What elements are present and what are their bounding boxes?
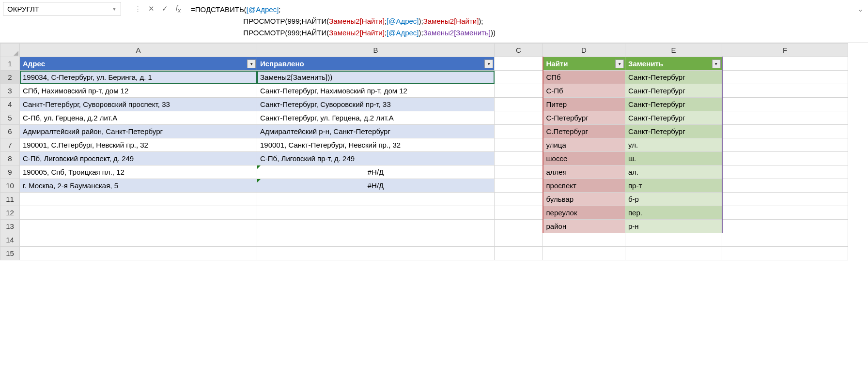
cell[interactable]: ш. xyxy=(625,152,722,165)
cell[interactable] xyxy=(20,233,257,247)
filter-dropdown-icon[interactable]: ▾ xyxy=(484,60,493,68)
cell[interactable]: 190005, Спб, Троицкая пл., 12 xyxy=(20,165,257,179)
cell[interactable]: ул. xyxy=(625,138,722,152)
cell[interactable] xyxy=(257,233,495,247)
row-header[interactable]: 5 xyxy=(0,111,20,125)
cell[interactable] xyxy=(543,233,625,247)
cell[interactable]: Санкт-Петербург, Суворовский пр-т, 33 xyxy=(257,98,495,111)
cell[interactable]: бульвар xyxy=(543,193,625,206)
worksheet[interactable]: A B C D E F 1Адрес▾Исправлено▾Найти▾Заме… xyxy=(0,43,868,260)
cell[interactable] xyxy=(257,206,495,220)
row-header[interactable]: 15 xyxy=(0,247,20,260)
cell[interactable] xyxy=(495,233,543,247)
cell[interactable]: Заменить▾ xyxy=(625,57,722,71)
cell[interactable]: Питер xyxy=(543,98,625,111)
cell[interactable]: Санкт-Петербург xyxy=(625,98,722,111)
filter-dropdown-icon[interactable]: ▾ xyxy=(247,60,256,68)
row-header[interactable]: 1 xyxy=(0,57,20,71)
cell[interactable]: 199034, С-Петербург, ул. Беринга, д. 1 xyxy=(20,71,257,84)
row-header[interactable]: 12 xyxy=(0,206,20,220)
name-box-dropdown-icon[interactable]: ▼ xyxy=(112,6,117,12)
filter-dropdown-icon[interactable]: ▾ xyxy=(615,60,624,68)
cell[interactable] xyxy=(722,111,848,125)
cell[interactable] xyxy=(722,179,848,193)
cell[interactable] xyxy=(625,247,722,260)
cell[interactable] xyxy=(495,247,543,260)
cell[interactable] xyxy=(495,84,543,98)
cell[interactable] xyxy=(495,98,543,111)
cell[interactable]: Адмиралтейский район, Санкт-Петербург xyxy=(20,125,257,138)
cell[interactable]: Адмиралтейский р-н, Санкт-Петербург xyxy=(257,125,495,138)
cell[interactable] xyxy=(625,233,722,247)
formula-input[interactable]: =ПОДСТАВИТЬ([@Адрес]; ПРОСМОТР(999;НАЙТИ… xyxy=(185,2,855,41)
row-header[interactable]: 11 xyxy=(0,193,20,206)
cell[interactable] xyxy=(257,193,495,206)
cell[interactable] xyxy=(495,125,543,138)
cell[interactable]: Санкт-Петербург xyxy=(625,111,722,125)
enter-formula-button[interactable]: ✓ xyxy=(158,2,171,15)
cell[interactable]: С.Петербург xyxy=(543,125,625,138)
cell[interactable] xyxy=(20,220,257,233)
cell[interactable] xyxy=(495,165,543,179)
cell[interactable]: переулок xyxy=(543,206,625,220)
cell[interactable] xyxy=(495,111,543,125)
cell[interactable]: пер. xyxy=(625,206,722,220)
cell[interactable] xyxy=(257,220,495,233)
cell[interactable] xyxy=(722,71,848,84)
cell[interactable] xyxy=(722,125,848,138)
cell[interactable]: район xyxy=(543,220,625,233)
cell[interactable]: шоссе xyxy=(543,152,625,165)
col-header-F[interactable]: F xyxy=(722,44,848,57)
cell[interactable] xyxy=(257,247,495,260)
insert-function-button[interactable]: fx xyxy=(171,2,185,15)
cell[interactable]: С-Пб xyxy=(543,84,625,98)
cell[interactable] xyxy=(722,220,848,233)
cell[interactable]: СПб xyxy=(543,71,625,84)
select-all-corner[interactable] xyxy=(0,44,20,57)
cell[interactable] xyxy=(20,247,257,260)
cell[interactable] xyxy=(20,193,257,206)
cell[interactable] xyxy=(722,233,848,247)
cell[interactable]: С-Пб, Лиговский проспект, д. 249 xyxy=(20,152,257,165)
cell[interactable] xyxy=(543,247,625,260)
cell[interactable]: С-Петербург xyxy=(543,111,625,125)
cell[interactable]: б-р xyxy=(625,193,722,206)
cell[interactable]: аллея xyxy=(543,165,625,179)
name-box[interactable]: ОКРУГЛТ ▼ xyxy=(3,2,121,15)
cell[interactable] xyxy=(495,193,543,206)
cell[interactable]: Адрес▾ xyxy=(20,57,257,71)
cell[interactable] xyxy=(495,206,543,220)
cancel-formula-button[interactable]: ✕ xyxy=(144,2,158,15)
cell[interactable]: Санкт-Петербург xyxy=(625,84,722,98)
col-header-E[interactable]: E xyxy=(625,44,722,57)
cell[interactable] xyxy=(722,138,848,152)
cell[interactable] xyxy=(722,152,848,165)
row-header[interactable]: 3 xyxy=(0,84,20,98)
row-header[interactable]: 9 xyxy=(0,165,20,179)
col-header-C[interactable]: C xyxy=(495,44,543,57)
cell[interactable] xyxy=(20,206,257,220)
cell[interactable] xyxy=(495,138,543,152)
cell[interactable]: Замены2[Заменить])) xyxy=(257,71,495,84)
cell[interactable]: Найти▾ xyxy=(543,57,625,71)
expand-formula-bar-icon[interactable]: ⌄ xyxy=(855,2,865,14)
row-header[interactable]: 14 xyxy=(0,233,20,247)
cell[interactable]: Санкт-Петербург, Суворовский проспект, 3… xyxy=(20,98,257,111)
row-header[interactable]: 2 xyxy=(0,71,20,84)
cell[interactable]: С-Пб, ул. Герцена, д.2 лит.А xyxy=(20,111,257,125)
cell[interactable] xyxy=(495,179,543,193)
cell[interactable] xyxy=(722,247,848,260)
cell[interactable] xyxy=(495,220,543,233)
cell[interactable]: улица xyxy=(543,138,625,152)
cell[interactable]: пр-т xyxy=(625,179,722,193)
cell[interactable]: СПб, Нахимовский пр-т, дом 12 xyxy=(20,84,257,98)
col-header-D[interactable]: D xyxy=(543,44,625,57)
cell[interactable] xyxy=(722,206,848,220)
cell[interactable]: р-н xyxy=(625,220,722,233)
cell[interactable] xyxy=(495,57,543,71)
filter-dropdown-icon[interactable]: ▾ xyxy=(712,60,721,68)
cell[interactable] xyxy=(722,193,848,206)
cell[interactable]: Санкт-Петербург xyxy=(625,71,722,84)
row-header[interactable]: 8 xyxy=(0,152,20,165)
cell[interactable]: г. Москва, 2-я Бауманская, 5 xyxy=(20,179,257,193)
